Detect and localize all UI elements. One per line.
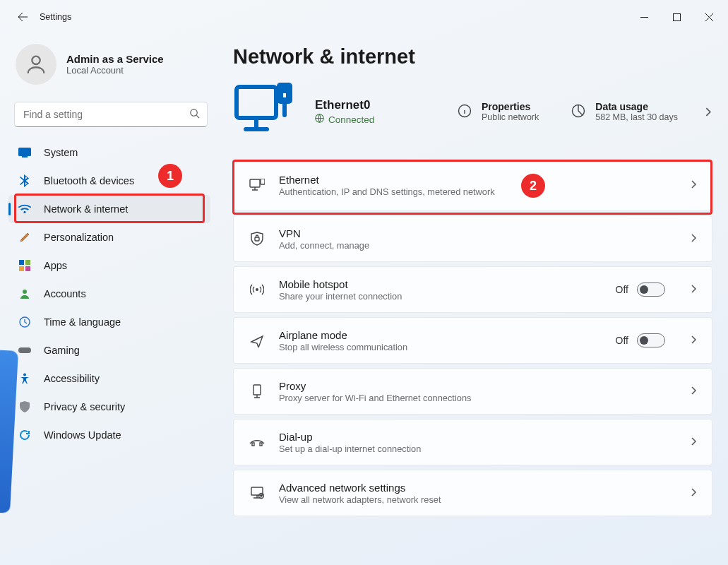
- card-vpn[interactable]: VPN Add, connect, manage: [233, 215, 712, 262]
- profile-name: Admin as a Service: [66, 53, 164, 65]
- chevron-right-icon: [689, 436, 698, 448]
- card-title: Dial-up: [279, 431, 675, 443]
- card-hotspot[interactable]: Mobile hotspot Share your internet conne…: [233, 266, 712, 313]
- card-title: Airplane mode: [279, 329, 602, 341]
- info-icon: [458, 104, 473, 120]
- close-button[interactable]: [693, 6, 725, 28]
- svg-point-1: [32, 56, 40, 64]
- hotspot-icon: [249, 283, 265, 296]
- svg-rect-8: [25, 266, 30, 271]
- shield-lock-icon: [249, 232, 265, 246]
- proxy-icon: [249, 384, 265, 398]
- airplane-icon: [249, 333, 265, 347]
- annotation-badge-1: 1: [158, 164, 182, 188]
- svg-rect-20: [261, 179, 265, 184]
- accessibility-icon: [18, 372, 31, 385]
- card-sub: Authentication, IP and DNS settings, met…: [279, 186, 675, 197]
- nav-time-language[interactable]: Time & language: [8, 308, 210, 336]
- profile-sub: Local Account: [66, 65, 164, 76]
- card-sub: View all network adapters, network reset: [279, 494, 675, 505]
- properties-sub: Public network: [482, 112, 539, 122]
- svg-point-12: [23, 374, 26, 376]
- card-title: Ethernet: [279, 174, 675, 186]
- card-sub: Add, connect, manage: [279, 240, 675, 251]
- card-title: VPN: [279, 227, 675, 239]
- profile-block[interactable]: Admin as a Service Local Account: [0, 40, 219, 97]
- status-row: Ethernet0 Connected Properties Public ne…: [233, 80, 712, 143]
- nav-privacy[interactable]: Privacy & security: [8, 393, 210, 421]
- nav-accessibility[interactable]: Accessibility: [8, 364, 210, 393]
- nav-gaming[interactable]: Gaming: [8, 336, 210, 364]
- search-box[interactable]: [14, 102, 208, 127]
- chevron-right-icon[interactable]: [696, 107, 712, 117]
- svg-rect-21: [255, 237, 259, 241]
- search-input[interactable]: [22, 108, 189, 121]
- chevron-right-icon: [689, 179, 698, 191]
- chevron-right-icon: [689, 283, 698, 296]
- brush-icon: [18, 231, 31, 244]
- data-usage-link[interactable]: Data usage 582 MB, last 30 days: [571, 101, 678, 122]
- svg-rect-24: [252, 443, 254, 446]
- back-button[interactable]: [7, 1, 38, 32]
- main-panel: Network & internet Ethernet0 Connected: [219, 34, 728, 565]
- pie-icon: [571, 104, 587, 120]
- nav-label: Time & language: [44, 316, 121, 328]
- nav-accounts[interactable]: Accounts: [8, 280, 210, 308]
- nav-system[interactable]: System: [8, 138, 210, 167]
- sidebar: Admin as a Service Local Account System …: [0, 34, 219, 565]
- card-ethernet[interactable]: Ethernet Authentication, IP and DNS sett…: [233, 159, 712, 211]
- ethernet-hero-icon: [233, 80, 297, 143]
- nav-label: Gaming: [44, 345, 80, 356]
- avatar: [16, 44, 56, 85]
- svg-rect-23: [253, 385, 261, 395]
- bluetooth-icon: [18, 174, 31, 187]
- minimize-button[interactable]: [628, 6, 660, 28]
- chevron-right-icon: [689, 232, 698, 245]
- usage-title: Data usage: [595, 101, 678, 112]
- card-advanced[interactable]: Advanced network settings View all netwo…: [233, 470, 712, 516]
- svg-rect-13: [237, 87, 276, 118]
- nav-label: Personalization: [44, 232, 114, 243]
- accounts-icon: [18, 287, 31, 300]
- svg-rect-6: [25, 260, 30, 265]
- globe-icon: [315, 114, 324, 125]
- clock-globe-icon: [18, 316, 31, 328]
- toggle-label: Off: [616, 284, 628, 295]
- advanced-network-icon: [249, 487, 265, 499]
- svg-rect-0: [673, 13, 680, 20]
- svg-rect-19: [250, 179, 260, 187]
- chevron-right-icon: [689, 487, 698, 499]
- svg-point-9: [23, 290, 27, 294]
- interface-name: Ethernet0: [315, 98, 374, 112]
- apps-icon: [18, 259, 31, 272]
- ethernet-icon: [249, 179, 265, 191]
- maximize-button[interactable]: [660, 6, 693, 28]
- properties-link[interactable]: Properties Public network: [458, 101, 539, 122]
- usage-sub: 582 MB, last 30 days: [595, 112, 678, 122]
- card-dialup[interactable]: Dial-up Set up a dial-up internet connec…: [233, 419, 712, 465]
- card-airplane[interactable]: Airplane mode Stop all wireless communic…: [233, 317, 712, 364]
- update-icon: [18, 429, 31, 441]
- chevron-right-icon: [689, 334, 698, 347]
- card-sub: Share your internet connection: [279, 291, 602, 302]
- svg-rect-15: [281, 91, 288, 100]
- card-proxy[interactable]: Proxy Proxy server for Wi-Fi and Etherne…: [233, 368, 712, 415]
- nav-apps[interactable]: Apps: [8, 251, 210, 280]
- wifi-icon: [18, 203, 31, 215]
- nav-label: Accessibility: [44, 373, 100, 384]
- search-icon: [189, 108, 200, 121]
- card-title: Advanced network settings: [279, 482, 675, 494]
- nav-label: Network & internet: [44, 203, 128, 215]
- nav-label: Windows Update: [44, 429, 121, 441]
- hotspot-toggle[interactable]: [637, 282, 665, 297]
- nav-list: System Bluetooth & devices Network & int…: [0, 137, 219, 449]
- nav-personalization[interactable]: Personalization: [8, 223, 210, 251]
- nav-network[interactable]: Network & internet: [8, 195, 210, 223]
- svg-rect-26: [251, 487, 263, 495]
- svg-rect-11: [18, 347, 31, 353]
- svg-point-2: [191, 109, 197, 115]
- card-sub: Set up a dial-up internet connection: [279, 444, 675, 454]
- airplane-toggle[interactable]: [637, 333, 665, 347]
- dialup-icon: [249, 437, 265, 447]
- nav-windows-update[interactable]: Windows Update: [8, 421, 210, 449]
